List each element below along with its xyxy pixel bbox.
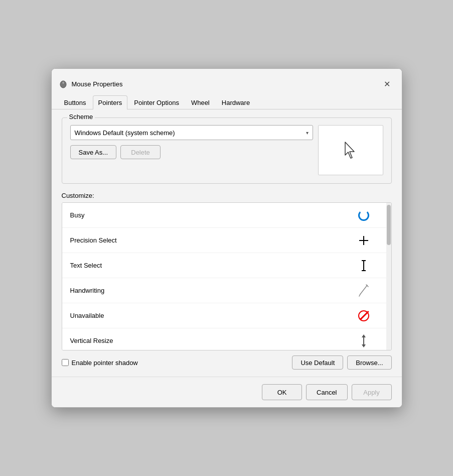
item-label-precision: Precision Select	[70, 236, 117, 244]
scheme-row: Windows Default (system scheme) ▾ Save A…	[70, 125, 383, 175]
cursor-preview-box	[318, 125, 383, 175]
use-default-button[interactable]: Use Default	[292, 355, 343, 370]
item-label-handwriting: Handwriting	[70, 287, 105, 294]
item-label-vresize: Vertical Resize	[70, 337, 113, 344]
svg-line-7	[360, 285, 367, 294]
browse-button[interactable]: Browse...	[347, 355, 391, 370]
svg-point-2	[62, 82, 64, 84]
tab-bar: Buttons Pointers Pointer Options Wheel H…	[52, 95, 402, 109]
tab-hardware[interactable]: Hardware	[216, 95, 255, 109]
item-label-unavailable: Unavailable	[70, 312, 104, 319]
scrollbar-thumb[interactable]	[387, 205, 391, 245]
text-select-icon	[356, 258, 371, 273]
list-item[interactable]: Handwriting	[62, 278, 391, 303]
svg-marker-11	[362, 334, 366, 337]
busy-icon	[356, 208, 371, 223]
enable-shadow-label: Enable pointer shadow	[72, 359, 138, 367]
scrollbar-track[interactable]	[386, 203, 391, 350]
list-item[interactable]: Unavailable	[62, 303, 391, 328]
scheme-left: Windows Default (system scheme) ▾ Save A…	[70, 125, 313, 159]
item-label-text: Text Select	[70, 262, 102, 269]
tab-buttons[interactable]: Buttons	[59, 95, 92, 109]
customize-label: Customize:	[62, 192, 392, 199]
item-label-busy: Busy	[70, 211, 85, 219]
close-button[interactable]: ✕	[380, 76, 395, 91]
precision-select-icon	[356, 233, 371, 248]
enable-shadow-checkbox[interactable]	[62, 359, 69, 366]
bottom-options: Enable pointer shadow Use Default Browse…	[62, 355, 392, 370]
scheme-group: Scheme Windows Default (system scheme) ▾…	[62, 117, 392, 184]
apply-button[interactable]: Apply	[352, 384, 392, 400]
save-as-button[interactable]: Save As...	[70, 145, 117, 159]
tab-wheel[interactable]: Wheel	[186, 95, 215, 109]
handwriting-icon	[356, 283, 371, 298]
vertical-resize-icon	[356, 333, 371, 348]
dialog-title: Mouse Properties	[72, 80, 380, 88]
tab-pointer-options[interactable]: Pointer Options	[128, 95, 185, 109]
svg-line-8	[359, 294, 360, 296]
title-bar: Mouse Properties ✕	[52, 69, 402, 93]
list-item[interactable]: Text Select	[62, 253, 391, 278]
scheme-dropdown-value: Windows Default (system scheme)	[75, 129, 175, 137]
cancel-button[interactable]: Cancel	[306, 384, 347, 400]
svg-marker-3	[345, 142, 354, 158]
chevron-down-icon: ▾	[306, 130, 309, 136]
scheme-buttons: Save As... Delete	[70, 145, 313, 159]
list-item[interactable]: Precision Select	[62, 228, 391, 253]
content-area: Scheme Windows Default (system scheme) ▾…	[52, 109, 402, 377]
svg-marker-12	[362, 344, 366, 347]
unavailable-icon	[356, 308, 371, 323]
bottom-action-buttons: Use Default Browse...	[292, 355, 391, 370]
footer: OK Cancel Apply	[52, 377, 402, 407]
list-item[interactable]: Busy	[62, 203, 391, 228]
dialog-icon	[59, 79, 68, 88]
ok-button[interactable]: OK	[262, 384, 302, 400]
scheme-group-label: Scheme	[67, 113, 95, 121]
customize-list: Busy Precision Select Text Select	[62, 202, 392, 350]
mouse-properties-dialog: Mouse Properties ✕ Buttons Pointers Poin…	[51, 68, 402, 408]
list-item[interactable]: Vertical Resize	[62, 328, 391, 350]
scheme-dropdown[interactable]: Windows Default (system scheme) ▾	[70, 125, 313, 140]
delete-button[interactable]: Delete	[120, 145, 161, 159]
tab-pointers[interactable]: Pointers	[93, 95, 128, 109]
enable-shadow-row: Enable pointer shadow	[62, 359, 138, 367]
cursor-preview-icon	[343, 141, 358, 159]
